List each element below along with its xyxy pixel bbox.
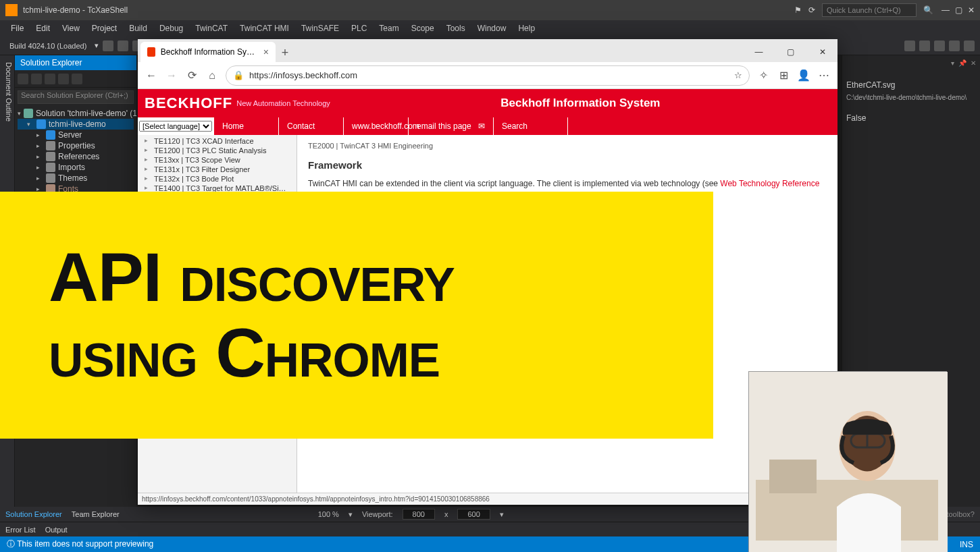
tree-node-properties[interactable]: ▸Properties — [18, 140, 134, 151]
site-title: Beckhoff Information System — [330, 96, 831, 110]
flag-icon[interactable]: ⚑ — [794, 5, 802, 15]
solution-explorer-title: Solution Explorer — [15, 55, 136, 70]
new-tab-button[interactable]: + — [276, 43, 294, 62]
insert-mode: INS — [960, 540, 973, 549]
breadcrumb: TE2000 | TwinCAT 3 HMI Engineering — [308, 142, 827, 150]
close-button[interactable]: ✕ — [968, 5, 975, 15]
brand-tagline: New Automation Technology — [236, 99, 330, 107]
doc-tree-item[interactable]: TE132x | TC3 Bode Plot — [140, 174, 294, 184]
menu-tools[interactable]: Tools — [441, 22, 471, 34]
maximize-button[interactable]: ▢ — [955, 5, 962, 15]
language-select[interactable]: [Select language] — [139, 121, 212, 132]
menu-edit[interactable]: Edit — [30, 22, 55, 34]
email-icon: ✉ — [478, 121, 485, 131]
menu-file[interactable]: File — [5, 22, 29, 34]
vs-logo-icon — [5, 4, 18, 16]
sync-icon[interactable] — [58, 74, 69, 84]
menu-window[interactable]: Window — [472, 22, 512, 34]
browser-status-bar: https://infosys.beckhoff.com/content/103… — [138, 493, 837, 505]
settings-menu-icon[interactable]: ⋯ — [817, 69, 831, 82]
viewport-label: Viewport: — [362, 510, 393, 518]
refresh-icon[interactable] — [31, 74, 42, 84]
collapse-icon[interactable] — [45, 74, 55, 84]
browser-tab[interactable]: Beckhoff Information System - C × — [140, 42, 276, 62]
profile-icon[interactable]: 👤 — [797, 69, 810, 82]
solution-search-input[interactable]: Search Solution Explorer (Ctrl+;) — [18, 90, 134, 104]
tree-node-references[interactable]: ▸References — [18, 151, 134, 162]
browser-minimize-button[interactable]: — — [744, 42, 774, 62]
quick-launch-input[interactable]: Quick Launch (Ctrl+Q) — [822, 3, 917, 17]
home-button[interactable]: ⌂ — [205, 69, 219, 82]
project-node[interactable]: ▾tchmi-live-demo — [18, 119, 134, 130]
nav-website[interactable]: www.beckhoff.com — [344, 117, 409, 135]
nav-search[interactable]: Search — [494, 117, 568, 135]
pin-icon[interactable]: ▾ — [951, 59, 954, 67]
doc-tree-item[interactable]: TE1200 | TC3 PLC Static Analysis — [140, 146, 294, 155]
site-nav: [Select language] Home Contact www.beckh… — [138, 117, 837, 135]
browser-maximize-button[interactable]: ▢ — [775, 42, 806, 62]
star-icon[interactable]: ☆ — [734, 70, 742, 80]
nav-email[interactable]: email this page✉ — [409, 117, 494, 135]
menu-team[interactable]: Team — [373, 22, 404, 34]
doc-tree-item[interactable]: TE13xx | TC3 Scope View — [140, 155, 294, 165]
menu-twincat[interactable]: TwinCAT — [190, 22, 233, 34]
nav-home[interactable]: Home — [214, 117, 279, 135]
forward-button[interactable]: → — [165, 69, 178, 82]
viewport-height-input[interactable]: 600 — [457, 509, 490, 520]
tree-node-imports[interactable]: ▸Imports — [18, 162, 134, 173]
tree-node-themes[interactable]: ▸Themes — [18, 173, 134, 184]
menu-twinsafe[interactable]: TwinSAFE — [296, 22, 344, 34]
doc-heading: Framework — [308, 159, 827, 171]
favorites-icon[interactable]: ✧ — [756, 69, 770, 82]
address-bar[interactable]: 🔒 https://infosys.beckhoff.com ☆ — [226, 65, 750, 86]
tab-output[interactable]: Output — [45, 526, 68, 534]
title-overlay: API discovery using Chrome — [0, 192, 713, 439]
viewport-width-input[interactable]: 800 — [403, 509, 435, 520]
dropdown-icon[interactable]: ▾ — [95, 41, 99, 50]
toolbar-icon[interactable] — [118, 40, 128, 51]
favicon-icon — [147, 47, 155, 57]
search-icon[interactable]: 🔍 — [923, 5, 933, 15]
toolbar-icon[interactable] — [949, 40, 960, 51]
zoom-combo[interactable]: 100 % — [318, 510, 339, 518]
menu-debug[interactable]: Debug — [154, 22, 188, 34]
nav-contact[interactable]: Contact — [279, 117, 344, 135]
menu-view[interactable]: View — [57, 22, 85, 34]
tab-error-list[interactable]: Error List — [5, 526, 36, 534]
site-header: BECKHOFF New Automation Technology Beckh… — [138, 89, 837, 117]
menu-help[interactable]: Help — [513, 22, 540, 34]
minimize-button[interactable]: — — [942, 5, 950, 15]
tab-close-icon[interactable]: × — [263, 47, 269, 57]
menu-build[interactable]: Build — [124, 22, 153, 34]
url-text: https://infosys.beckhoff.com — [249, 70, 357, 80]
property-filename: EtherCAT.svg — [846, 80, 976, 90]
menu-project[interactable]: Project — [86, 22, 122, 34]
doc-tree-item[interactable]: TE1120 | TC3 XCAD Interface — [140, 136, 294, 146]
dropdown-icon[interactable]: ▾ — [349, 510, 353, 519]
toolbar-icon[interactable] — [964, 40, 975, 51]
toolbar-icon[interactable] — [934, 40, 945, 51]
doc-tree-item[interactable]: TE131x | TC3 Filter Designer — [140, 165, 294, 174]
sync-icon[interactable]: ⟳ — [808, 5, 815, 15]
refresh-button[interactable]: ⟳ — [185, 69, 199, 82]
close-panel-icon[interactable]: 📌 — [958, 59, 966, 67]
toolbar-icon[interactable] — [904, 40, 915, 51]
collections-icon[interactable]: ⊞ — [777, 69, 790, 82]
menu-scope[interactable]: Scope — [406, 22, 440, 34]
tree-node-server[interactable]: ▸Server — [18, 130, 134, 140]
tab-team-explorer[interactable]: Team Explorer — [72, 510, 120, 518]
browser-close-button[interactable]: ✕ — [807, 42, 837, 62]
build-combo[interactable]: Build 4024.10 (Loaded) — [5, 40, 91, 51]
home-icon[interactable] — [18, 74, 28, 84]
wrench-icon[interactable] — [72, 74, 82, 84]
tab-solution-explorer[interactable]: Solution Explorer — [5, 510, 62, 518]
solution-node[interactable]: ▾Solution 'tchmi-live-demo' (1 pro — [18, 108, 134, 119]
menu-twincat-hmi[interactable]: TwinCAT HMI — [234, 22, 294, 34]
back-button[interactable]: ← — [145, 69, 158, 82]
close-icon[interactable]: ✕ — [971, 59, 976, 67]
toolbar-icon[interactable] — [919, 40, 930, 51]
toolbar-icon[interactable] — [103, 40, 113, 51]
property-path: C:\dev\tchmi-live-demo\tchmi-live-demo\ — [846, 94, 976, 101]
menu-plc[interactable]: PLC — [346, 22, 372, 34]
dropdown-icon[interactable]: ▾ — [500, 510, 504, 519]
